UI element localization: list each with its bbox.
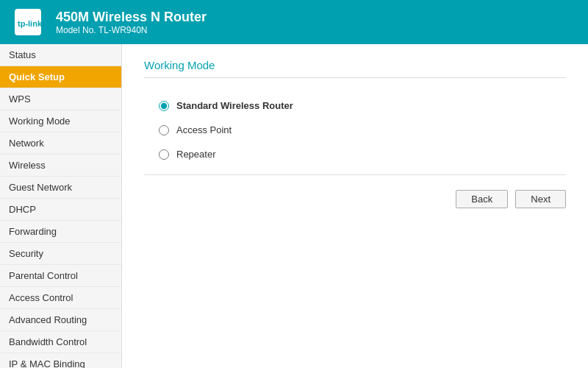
model-label: Model No. TL-WR940N	[56, 25, 207, 35]
header-title: 450M Wireless N Router Model No. TL-WR94…	[56, 10, 207, 35]
logo-area: tp-link	[15, 9, 41, 35]
main-content: Working Mode Standard Wireless RouterAcc…	[122, 44, 588, 368]
page-title: Working Mode	[144, 59, 566, 78]
sidebar-item-security[interactable]: Security	[0, 243, 121, 265]
radio-input-2[interactable]	[159, 149, 169, 160]
header: tp-link 450M Wireless N Router Model No.…	[0, 0, 588, 44]
sidebar-item-advanced-routing[interactable]: Advanced Routing	[0, 309, 121, 331]
sidebar-item-dhcp[interactable]: DHCP	[0, 199, 121, 221]
sidebar-item-working-mode[interactable]: Working Mode	[0, 110, 121, 132]
radio-option-1: Access Point	[159, 124, 566, 135]
radio-label-1[interactable]: Access Point	[176, 124, 232, 135]
sidebar-item-wireless[interactable]: Wireless	[0, 155, 121, 177]
sidebar-item-network[interactable]: Network	[0, 132, 121, 155]
sidebar-item-bandwidth-control[interactable]: Bandwidth Control	[0, 331, 121, 353]
tp-link-logo: tp-link	[15, 9, 41, 35]
sidebar-item-parental-control[interactable]: Parental Control	[0, 265, 121, 287]
sidebar: StatusQuick SetupWPSWorking ModeNetworkW…	[0, 44, 122, 368]
body-area: StatusQuick SetupWPSWorking ModeNetworkW…	[0, 44, 588, 368]
options-area: Standard Wireless RouterAccess PointRepe…	[159, 100, 566, 160]
radio-option-0: Standard Wireless Router	[159, 100, 566, 111]
button-row: Back Next	[144, 190, 566, 208]
sidebar-item-ip-&-mac-binding[interactable]: IP & MAC Binding	[0, 353, 121, 368]
sidebar-item-forwarding[interactable]: Forwarding	[0, 221, 121, 243]
back-button[interactable]: Back	[456, 190, 508, 208]
divider	[144, 174, 566, 175]
radio-option-2: Repeater	[159, 149, 566, 160]
next-button[interactable]: Next	[515, 190, 566, 208]
sidebar-item-access-control[interactable]: Access Control	[0, 287, 121, 309]
sidebar-item-guest-network[interactable]: Guest Network	[0, 177, 121, 199]
product-name: 450M Wireless N Router	[56, 10, 207, 25]
sidebar-item-quick-setup[interactable]: Quick Setup	[0, 66, 121, 88]
radio-input-0[interactable]	[159, 101, 169, 111]
radio-label-0[interactable]: Standard Wireless Router	[176, 100, 293, 111]
radio-input-1[interactable]	[159, 125, 169, 135]
svg-text:tp-link: tp-link	[18, 19, 41, 28]
sidebar-item-status[interactable]: Status	[0, 44, 121, 66]
sidebar-item-wps[interactable]: WPS	[0, 88, 121, 110]
radio-label-2[interactable]: Repeater	[176, 149, 215, 160]
